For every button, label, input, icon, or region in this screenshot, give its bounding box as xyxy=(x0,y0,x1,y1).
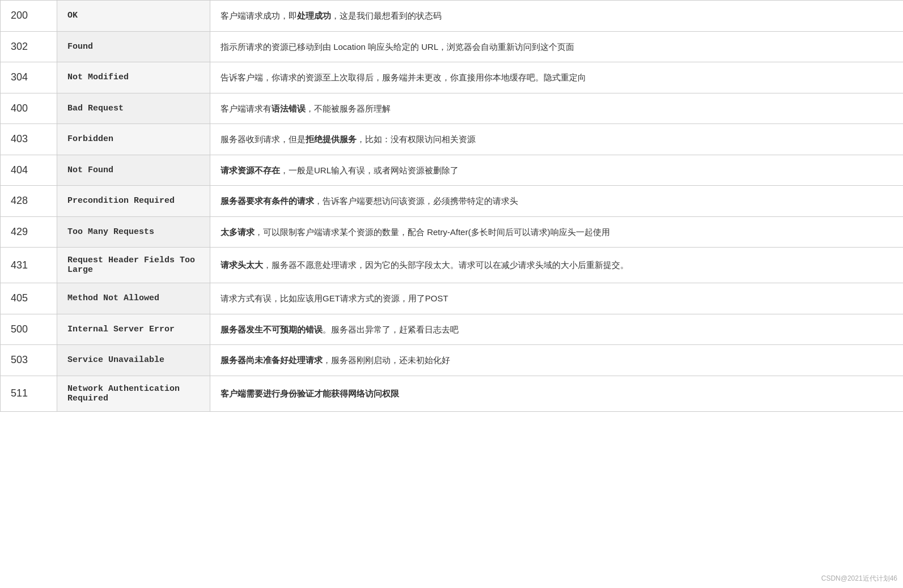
table-row: 428Precondition Required服务器要求有条件的请求，告诉客户… xyxy=(1,186,904,217)
status-name: Not Found xyxy=(57,155,210,186)
status-description: 服务器收到请求，但是拒绝提供服务，比如：没有权限访问相关资源 xyxy=(210,124,904,155)
status-name: Network Authentication Required xyxy=(57,376,210,411)
status-name: Internal Server Error xyxy=(57,314,210,345)
status-description: 服务器尚未准备好处理请求，服务器刚刚启动，还未初始化好 xyxy=(210,345,904,376)
status-code: 511 xyxy=(1,376,57,411)
table-row: 200OK客户端请求成功，即处理成功，这是我们最想看到的状态码 xyxy=(1,1,904,32)
status-description: 服务器发生不可预期的错误。服务器出异常了，赶紧看日志去吧 xyxy=(210,314,904,345)
status-code: 304 xyxy=(1,62,57,93)
status-name: Not Modified xyxy=(57,62,210,93)
status-description: 请求头太大，服务器不愿意处理请求，因为它的头部字段太大。请求可以在减少请求头域的… xyxy=(210,248,904,283)
status-description: 客户端请求成功，即处理成功，这是我们最想看到的状态码 xyxy=(210,1,904,32)
status-description: 客户端请求有语法错误，不能被服务器所理解 xyxy=(210,93,904,124)
status-name: Request Header Fields Too Large xyxy=(57,248,210,283)
status-code: 403 xyxy=(1,124,57,155)
status-code: 428 xyxy=(1,186,57,217)
status-code: 200 xyxy=(1,1,57,32)
status-name: Service Unavailable xyxy=(57,345,210,376)
table-row: 431Request Header Fields Too Large请求头太大，… xyxy=(1,248,904,283)
status-code: 404 xyxy=(1,155,57,186)
status-code: 431 xyxy=(1,248,57,283)
status-name: Too Many Requests xyxy=(57,216,210,248)
status-code: 500 xyxy=(1,314,57,345)
table-row: 503Service Unavailable服务器尚未准备好处理请求，服务器刚刚… xyxy=(1,345,904,376)
status-name: Method Not Allowed xyxy=(57,283,210,314)
status-name: Found xyxy=(57,31,210,62)
table-row: 403Forbidden服务器收到请求，但是拒绝提供服务，比如：没有权限访问相关… xyxy=(1,124,904,155)
table-row: 500Internal Server Error服务器发生不可预期的错误。服务器… xyxy=(1,314,904,345)
status-description: 请求资源不存在，一般是URL输入有误，或者网站资源被删除了 xyxy=(210,155,904,186)
status-code: 302 xyxy=(1,31,57,62)
status-code: 400 xyxy=(1,93,57,124)
status-description: 请求方式有误，比如应该用GET请求方式的资源，用了POST xyxy=(210,283,904,314)
table-row: 429Too Many Requests太多请求，可以限制客户端请求某个资源的数… xyxy=(1,216,904,248)
status-name: Forbidden xyxy=(57,124,210,155)
status-name: Bad Request xyxy=(57,93,210,124)
status-code: 429 xyxy=(1,216,57,248)
status-description: 指示所请求的资源已移动到由 Location 响应头给定的 URL，浏览器会自动… xyxy=(210,31,904,62)
status-description: 太多请求，可以限制客户端请求某个资源的数量，配合 Retry-After(多长时… xyxy=(210,216,904,248)
table-row: 404Not Found请求资源不存在，一般是URL输入有误，或者网站资源被删除… xyxy=(1,155,904,186)
table-row: 304Not Modified告诉客户端，你请求的资源至上次取得后，服务端并未更… xyxy=(1,62,904,93)
table-row: 511Network Authentication Required客户端需要进… xyxy=(1,376,904,411)
table-row: 405Method Not Allowed请求方式有误，比如应该用GET请求方式… xyxy=(1,283,904,314)
status-description: 服务器要求有条件的请求，告诉客户端要想访问该资源，必须携带特定的请求头 xyxy=(210,186,904,217)
status-name: OK xyxy=(57,1,210,32)
table-row: 400Bad Request客户端请求有语法错误，不能被服务器所理解 xyxy=(1,93,904,124)
status-code: 405 xyxy=(1,283,57,314)
status-name: Precondition Required xyxy=(57,186,210,217)
http-status-table: 200OK客户端请求成功，即处理成功，这是我们最想看到的状态码302Found指… xyxy=(0,0,903,412)
status-description: 告诉客户端，你请求的资源至上次取得后，服务端并未更改，你直接用你本地缓存吧。隐式… xyxy=(210,62,904,93)
table-row: 302Found指示所请求的资源已移动到由 Location 响应头给定的 UR… xyxy=(1,31,904,62)
status-code: 503 xyxy=(1,345,57,376)
status-description: 客户端需要进行身份验证才能获得网络访问权限 xyxy=(210,376,904,411)
